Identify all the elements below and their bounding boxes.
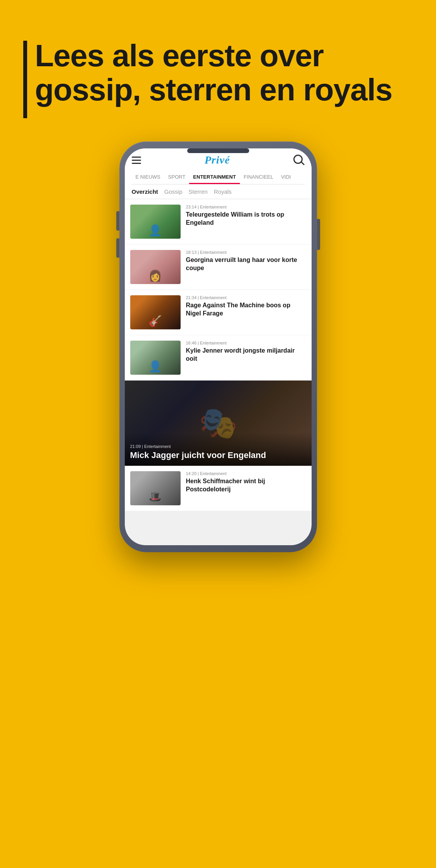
search-icon[interactable] <box>293 155 304 165</box>
news-headline-william: Teleurgestelde William is trots op Engel… <box>186 211 306 227</box>
feature-overlay-mick: 21:09 | Entertainment Mick Jagger juicht… <box>125 432 312 466</box>
news-list: 23:14 | Entertainment Teleurgestelde Wil… <box>125 199 312 511</box>
news-item-georgina[interactable]: 18:13 | Entertainment Georgina verruilt … <box>125 245 312 290</box>
news-thumb-rage <box>130 295 181 329</box>
hero-section: Lees als eerste over gossip, sterren en … <box>0 0 436 134</box>
news-meta-georgina: 18:13 | Entertainment <box>186 250 306 255</box>
tab-entertainment[interactable]: ENTERTAINMENT <box>189 171 240 184</box>
phone-button-1 <box>116 211 119 231</box>
news-thumb-kylie <box>130 341 181 375</box>
news-headline-georgina: Georgina verruilt lang haar voor korte c… <box>186 256 306 272</box>
feature-card-mick[interactable]: 21:09 | Entertainment Mick Jagger juicht… <box>125 381 312 466</box>
hamburger-menu-icon[interactable] <box>132 157 141 164</box>
tab-video[interactable]: VIDI <box>277 171 295 184</box>
news-item-william[interactable]: 23:14 | Entertainment Teleurgestelde Wil… <box>125 199 312 245</box>
feature-meta-mick: 21:09 | Entertainment <box>130 444 306 449</box>
tab-nieuws[interactable]: E NIEUWS <box>132 171 164 184</box>
feature-headline-mick: Mick Jagger juicht voor Engeland <box>130 450 306 460</box>
news-item-henk[interactable]: 14:20 | Entertainment Henk Schiffmacher … <box>125 466 312 511</box>
sub-tabs: Overzicht Gossip Sterren Royals <box>125 184 312 199</box>
news-content-rage: 21:34 | Entertainment Rage Against The M… <box>186 295 306 318</box>
news-content-henk: 14:20 | Entertainment Henk Schiffmacher … <box>186 471 306 494</box>
hero-title: Lees als eerste over gossip, sterren en … <box>35 39 413 107</box>
tab-financieel[interactable]: FINANCIEEL <box>240 171 277 184</box>
phone-screen: Privé E NIEUWS SPORT ENTERTAINMENT FINAN… <box>125 148 312 545</box>
app-nav-top: Privé <box>132 154 305 166</box>
news-item-kylie[interactable]: 16:46 | Entertainment Kylie Jenner wordt… <box>125 335 312 381</box>
news-thumb-william <box>130 205 181 239</box>
news-meta-rage: 21:34 | Entertainment <box>186 295 306 300</box>
news-meta-kylie: 16:46 | Entertainment <box>186 341 306 345</box>
news-headline-kylie: Kylie Jenner wordt jongste miljardair oo… <box>186 347 306 363</box>
phone-mockup: Privé E NIEUWS SPORT ENTERTAINMENT FINAN… <box>0 134 436 575</box>
news-thumb-georgina <box>130 250 181 284</box>
phone-outer-frame: Privé E NIEUWS SPORT ENTERTAINMENT FINAN… <box>119 141 317 552</box>
news-headline-rage: Rage Against The Machine boos op Nigel F… <box>186 301 306 318</box>
news-meta-henk: 14:20 | Entertainment <box>186 471 306 476</box>
news-meta-william: 23:14 | Entertainment <box>186 205 306 209</box>
news-headline-henk: Henk Schiffmacher wint bij Postcodeloter… <box>186 477 306 494</box>
tab-sport[interactable]: SPORT <box>164 171 190 184</box>
news-content-georgina: 18:13 | Entertainment Georgina verruilt … <box>186 250 306 272</box>
nav-tabs: E NIEUWS SPORT ENTERTAINMENT FINANCIEEL … <box>132 171 305 184</box>
app-header: Privé E NIEUWS SPORT ENTERTAINMENT FINAN… <box>125 148 312 184</box>
news-item-rage[interactable]: 21:34 | Entertainment Rage Against The M… <box>125 290 312 335</box>
accent-bar <box>23 41 27 118</box>
phone-button-2 <box>116 238 119 258</box>
news-thumb-henk <box>130 471 181 505</box>
subtab-sterren[interactable]: Sterren <box>189 188 208 199</box>
news-content-kylie: 16:46 | Entertainment Kylie Jenner wordt… <box>186 341 306 363</box>
subtab-royals[interactable]: Royals <box>214 188 232 199</box>
news-content-william: 23:14 | Entertainment Teleurgestelde Wil… <box>186 205 306 227</box>
subtab-gossip[interactable]: Gossip <box>164 188 183 199</box>
subtab-overzicht[interactable]: Overzicht <box>132 188 158 199</box>
app-logo: Privé <box>205 154 230 166</box>
